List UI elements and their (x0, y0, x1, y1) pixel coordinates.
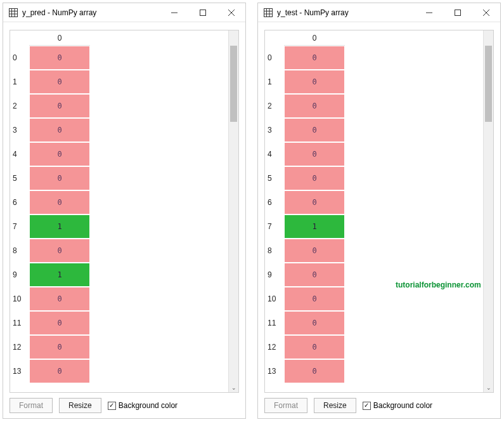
minimize-button[interactable] (160, 3, 188, 22)
cell[interactable]: 1 (284, 214, 345, 239)
close-button[interactable] (472, 3, 500, 22)
close-button[interactable] (217, 3, 245, 22)
maximize-button[interactable] (443, 3, 472, 22)
cell[interactable]: 0 (284, 118, 345, 142)
cell[interactable]: 0 (284, 46, 345, 70)
resize-button[interactable]: Resize (314, 398, 356, 413)
row-index[interactable]: 9 (10, 263, 29, 287)
table-row: 50 (265, 166, 483, 190)
format-button[interactable]: Format (10, 398, 53, 413)
cell[interactable]: 0 (284, 287, 345, 311)
cell[interactable]: 0 (29, 70, 90, 94)
watermark: tutorialforbeginner.com (396, 280, 481, 289)
row-index[interactable]: 0 (265, 46, 284, 70)
cell[interactable]: 0 (29, 142, 90, 166)
row-index[interactable]: 7 (265, 214, 284, 239)
grid-scroll[interactable]: 0 00102030405060718091100110120130 (10, 30, 228, 392)
cell[interactable]: 0 (284, 335, 345, 359)
cell[interactable]: 0 (284, 190, 345, 214)
row-index[interactable]: 2 (265, 94, 284, 118)
table-row: 30 (265, 118, 483, 142)
row-index[interactable]: 5 (265, 166, 284, 190)
window-y-test: y_test - NumPy array 0 00102030405060718… (257, 3, 501, 419)
row-index[interactable]: 1 (265, 70, 284, 94)
row-index[interactable]: 4 (10, 142, 29, 166)
cell[interactable]: 0 (284, 311, 345, 335)
row-index[interactable]: 9 (265, 263, 284, 287)
row-index[interactable]: 13 (265, 359, 284, 383)
row-index[interactable]: 8 (10, 239, 29, 263)
scroll-thumb[interactable] (230, 46, 237, 122)
cell[interactable]: 0 (29, 359, 90, 383)
row-index[interactable]: 10 (10, 287, 29, 311)
row-index[interactable]: 13 (10, 359, 29, 383)
bg-color-label: Background color (119, 401, 178, 410)
column-header[interactable]: 0 (29, 30, 90, 46)
cell[interactable]: 0 (284, 70, 345, 94)
cell[interactable]: 0 (29, 46, 90, 70)
table-row: 100 (265, 287, 483, 311)
row-index[interactable]: 7 (10, 214, 29, 239)
cell[interactable]: 0 (29, 118, 90, 142)
table-icon (263, 8, 273, 18)
cell[interactable]: 0 (29, 190, 90, 214)
row-index[interactable]: 6 (265, 190, 284, 214)
cell[interactable]: 0 (29, 166, 90, 190)
table-icon (8, 8, 18, 18)
titlebar[interactable]: y_test - NumPy array (258, 3, 500, 22)
row-index[interactable]: 3 (265, 118, 284, 142)
cell[interactable]: 0 (284, 94, 345, 118)
row-index[interactable]: 6 (10, 190, 29, 214)
vertical-scrollbar[interactable]: ⌄ (228, 30, 238, 392)
table-row: 50 (10, 166, 228, 190)
cell[interactable]: 1 (29, 263, 90, 287)
table-row: 00 (10, 46, 228, 70)
minimize-button[interactable] (415, 3, 443, 22)
cell[interactable]: 0 (284, 142, 345, 166)
cell[interactable]: 0 (284, 359, 345, 383)
cell[interactable]: 0 (29, 287, 90, 311)
row-index[interactable]: 5 (10, 166, 29, 190)
table-row: 80 (265, 239, 483, 263)
resize-button[interactable]: Resize (59, 398, 101, 413)
row-index[interactable]: 3 (10, 118, 29, 142)
format-button[interactable]: Format (264, 398, 307, 413)
grid-scroll[interactable]: 0 00102030405060718090100110120130 (265, 30, 483, 392)
window-controls (160, 3, 245, 22)
row-index[interactable]: 0 (10, 46, 29, 70)
scroll-thumb[interactable] (485, 46, 492, 122)
window-title: y_test - NumPy array (277, 8, 415, 17)
table-row: 00 (265, 46, 483, 70)
svg-rect-15 (455, 10, 460, 15)
cell[interactable]: 0 (284, 239, 345, 263)
window-y-pred: y_pred - NumPy array 0 00102030405060718… (3, 3, 246, 419)
cell[interactable]: 1 (29, 214, 90, 239)
row-index[interactable]: 10 (265, 287, 284, 311)
scroll-down-icon[interactable]: ⌄ (484, 385, 493, 391)
scroll-down-icon[interactable]: ⌄ (229, 385, 238, 391)
svg-rect-0 (10, 8, 18, 16)
background-color-checkbox[interactable]: ✓ Background color (108, 401, 178, 410)
row-index[interactable]: 1 (10, 70, 29, 94)
row-index[interactable]: 11 (265, 311, 284, 335)
row-index[interactable]: 12 (10, 335, 29, 359)
maximize-button[interactable] (188, 3, 217, 22)
cell[interactable]: 0 (29, 239, 90, 263)
background-color-checkbox[interactable]: ✓ Background color (363, 401, 432, 410)
cell[interactable]: 0 (29, 94, 90, 118)
checkbox-icon: ✓ (363, 402, 371, 410)
array-grid: 0 00102030405060718090100110120130 ⌄ (264, 30, 494, 393)
titlebar[interactable]: y_pred - NumPy array (3, 3, 245, 22)
cell[interactable]: 0 (29, 335, 90, 359)
vertical-scrollbar[interactable]: ⌄ (483, 30, 493, 392)
row-index[interactable]: 11 (10, 311, 29, 335)
cell[interactable]: 0 (29, 311, 90, 335)
column-header[interactable]: 0 (284, 30, 345, 46)
table-row: 80 (10, 239, 228, 263)
row-index[interactable]: 2 (10, 94, 29, 118)
cell[interactable]: 0 (284, 166, 345, 190)
row-index[interactable]: 8 (265, 239, 284, 263)
row-index[interactable]: 12 (265, 335, 284, 359)
row-index[interactable]: 4 (265, 142, 284, 166)
cell[interactable]: 0 (284, 263, 345, 287)
